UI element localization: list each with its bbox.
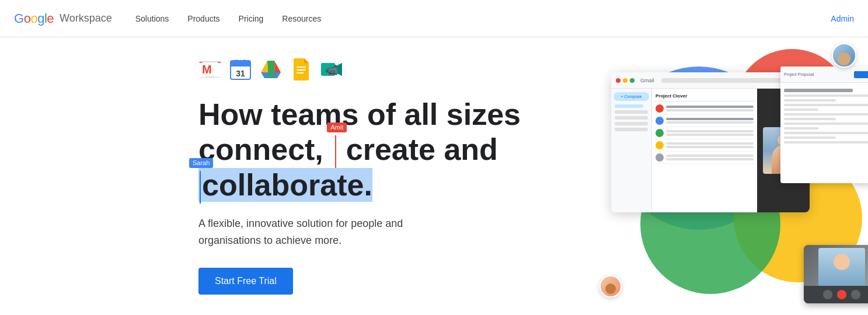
- mock-meet-controls: [804, 286, 868, 303]
- mock-sidebar-item-4: [615, 128, 648, 131]
- mock-doc-line-2: [784, 99, 836, 102]
- products-link[interactable]: Products: [187, 14, 219, 23]
- mock-line-sender2: [666, 118, 754, 120]
- mock-doc-panel: Project Proposal: [780, 66, 868, 183]
- avatar-head: [838, 52, 850, 65]
- mock-meet-end: [837, 290, 846, 299]
- mock-email-lines-5: [666, 153, 754, 162]
- mock-inbox-title: Project Clover: [656, 93, 687, 99]
- logo-g2: g: [37, 11, 44, 26]
- cursor-sarah-wrapper: Sarah: [198, 168, 202, 204]
- workspace-label: Workspace: [60, 12, 112, 24]
- gmail-icon: M: [198, 58, 222, 81]
- svg-rect-10: [297, 72, 304, 74]
- logo-o2: o: [30, 11, 37, 26]
- nav-item-products[interactable]: Products: [187, 13, 219, 24]
- hero-section: M 31: [0, 37, 868, 315]
- mock-doc-line-10: [784, 136, 836, 139]
- mock-doc-line-6: [784, 118, 836, 120]
- mock-line-sender3: [666, 130, 754, 132]
- mock-line-sender: [666, 106, 754, 108]
- svg-text:31: 31: [236, 69, 245, 78]
- product-icons: M 31: [198, 58, 521, 81]
- resources-link[interactable]: Resources: [282, 14, 321, 23]
- mock-doc-title-line: [784, 89, 853, 92]
- cursor-amit-wrapper: Amit: [334, 132, 337, 168]
- logo-link[interactable]: Google Workspace: [14, 11, 112, 26]
- mock-email-row-4: [654, 139, 755, 152]
- mock-avatar-4: [656, 141, 664, 149]
- mock-window-bar: Gmail Google: [611, 72, 810, 89]
- nav-links: Solutions Products Pricing Resources: [135, 13, 831, 24]
- mock-line-subject4: [666, 146, 754, 148]
- svg-text:M: M: [202, 63, 212, 76]
- mock-line-subject5: [666, 158, 754, 160]
- title-collaborate: collaborate.: [202, 168, 372, 202]
- avatar-inner-2: [601, 276, 621, 296]
- floating-avatar-top: [832, 43, 856, 68]
- start-free-trial-button[interactable]: Start Free Trial: [198, 268, 293, 295]
- mock-avatar-3: [656, 129, 664, 137]
- hero-visual: Gmail Google + Compose Project Clover: [588, 37, 868, 315]
- mock-doc-line-3: [784, 104, 868, 106]
- admin-link[interactable]: Admin: [831, 14, 854, 23]
- mock-doc-header: Project Proposal: [780, 66, 868, 83]
- mock-meet-panel: [804, 245, 868, 303]
- mock-min-dot: [623, 78, 628, 83]
- mock-line-subject: [666, 109, 754, 111]
- mock-doc-line-1: [784, 94, 868, 97]
- mock-meet-video: [804, 245, 868, 286]
- svg-rect-4: [231, 64, 250, 66]
- mock-email-row-5: [654, 152, 755, 164]
- hero-subtitle: A flexible, innovative solution for peop…: [198, 215, 444, 249]
- mock-email-row-1: [654, 103, 755, 115]
- mock-sidebar-item-2: [615, 116, 648, 120]
- mock-doc-line-5: [784, 113, 868, 116]
- mock-share-btn: [854, 71, 868, 78]
- nav-item-solutions[interactable]: Solutions: [135, 13, 169, 24]
- mock-avatar-5: [656, 153, 664, 162]
- mock-sidebar-item-3: [615, 122, 648, 125]
- logo-e: e: [47, 11, 54, 26]
- svg-rect-9: [297, 69, 306, 71]
- mock-sidebar-item-1: [615, 110, 648, 114]
- logo-g: G: [14, 11, 24, 26]
- mock-doc-line-9: [784, 132, 868, 134]
- mock-doc-line-8: [784, 127, 818, 130]
- svg-rect-7: [243, 60, 245, 63]
- mock-doc-body: [780, 83, 868, 149]
- title-highlight: Sarah collaborate.: [198, 168, 372, 202]
- floating-avatar-bottom: [599, 275, 622, 298]
- amit-label: Amit: [327, 123, 347, 132]
- mock-sidebar: + Compose: [611, 89, 652, 212]
- pricing-link[interactable]: Pricing: [239, 14, 264, 23]
- avatar-head-2: [605, 284, 616, 294]
- cursor-amit: Amit: [335, 135, 336, 168]
- nav-item-pricing[interactable]: Pricing: [239, 13, 264, 24]
- navigation: Google Workspace Solutions Products Pric…: [0, 0, 868, 37]
- drive-icon: [259, 58, 283, 81]
- svg-rect-8: [297, 66, 306, 68]
- mock-meet-mic: [823, 290, 832, 299]
- docs-icon: [290, 58, 313, 81]
- title-line1: How teams of all sizes: [198, 97, 521, 131]
- mock-meet-person: [818, 248, 865, 286]
- mock-email-lines-3: [666, 129, 754, 137]
- nav-item-resources[interactable]: Resources: [282, 13, 321, 24]
- mock-meet-cam: [851, 290, 860, 299]
- mock-compose: + Compose: [613, 92, 649, 101]
- mock-gmail-body: + Compose Project Clover: [611, 89, 810, 212]
- mock-meet-head: [834, 254, 850, 270]
- mock-email-lines-1: [666, 104, 754, 113]
- solutions-link[interactable]: Solutions: [135, 14, 169, 23]
- mock-search-bar: [661, 78, 785, 83]
- mock-doc-line-11: [784, 141, 868, 144]
- calendar-icon: 31: [229, 58, 252, 81]
- google-logo: Google: [14, 11, 54, 26]
- mock-email-lines-2: [666, 117, 754, 125]
- svg-rect-6: [236, 60, 238, 63]
- mock-sidebar-inbox: [615, 104, 643, 108]
- mock-line-subject2: [666, 121, 754, 124]
- mock-avatar-1: [656, 104, 664, 113]
- mock-line-sender5: [666, 155, 754, 157]
